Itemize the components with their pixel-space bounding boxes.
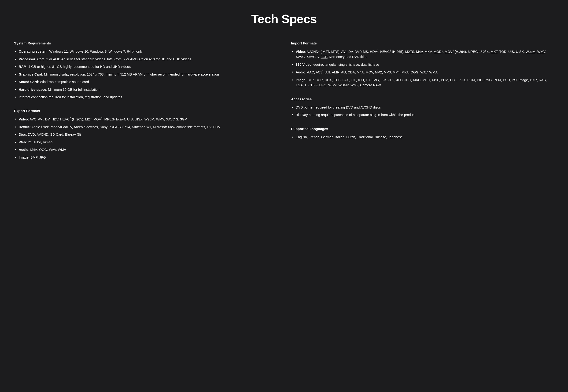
item-text: : Windows-compatible sound card bbox=[38, 80, 89, 84]
item-text: Blu-Ray burning requires purchase of a s… bbox=[296, 113, 415, 117]
item-text: DVD burner required for creating DVD and… bbox=[296, 105, 381, 109]
item-bold: Web bbox=[19, 140, 26, 144]
item-bold: Disc bbox=[19, 133, 26, 136]
supported-languages-heading: Supported Languages bbox=[291, 126, 554, 132]
import-formats-list: Video: AVCHD1 (.M2T/.MTS), AVI, DV, DVR-… bbox=[291, 49, 554, 88]
list-item: English, French, German, Italian, Dutch,… bbox=[291, 135, 554, 140]
item-text: : 4 GB or higher, 8+ GB highly recommend… bbox=[27, 65, 131, 69]
item-text: : AVCHD1 (.M2T/.MTS), AVI, DV, DVR-MS, H… bbox=[296, 50, 546, 59]
export-formats-section: Export Formats Video: AVC, AVI, DV, HDV,… bbox=[14, 108, 277, 160]
item-text: : AVC, AVI, DV, HDV, HEVC2 (H.265), M2T,… bbox=[28, 117, 187, 121]
item-text: : Minimum 10 GB for full installation bbox=[46, 88, 100, 91]
item-text: : Minimum display resolution: 1024 x 768… bbox=[42, 72, 219, 76]
item-text: : equirectangular, single fisheye, dual … bbox=[311, 63, 379, 66]
list-item: RAM: 4 GB or higher, 8+ GB highly recomm… bbox=[14, 64, 277, 69]
list-item: Image: BMP, JPG bbox=[14, 155, 277, 160]
page-title: Tech Specs bbox=[14, 9, 554, 29]
list-item: Web: YouTube, Vimeo bbox=[14, 140, 277, 145]
item-text: : Apple iPod/iPhone/iPad/TV, Android dev… bbox=[30, 125, 221, 129]
list-item: Disc: DVD, AVCHD, SD Card, Blu-ray ($) bbox=[14, 132, 277, 137]
list-item: Image: CLP, CUR, DCX, EPS, FAX, GIF, ICO… bbox=[291, 77, 554, 88]
list-item: Audio: AAC, AC31, Aiff, AMR, AU, CDA, M4… bbox=[291, 70, 554, 75]
left-column: System Requirements Operating system: Wi… bbox=[14, 41, 277, 168]
import-formats-heading: Import Formats bbox=[291, 41, 554, 46]
list-item: Processor: Core i3 or AMD A4 series for … bbox=[14, 56, 277, 62]
supported-languages-section: Supported Languages English, French, Ger… bbox=[291, 126, 554, 140]
item-text: : BMP, JPG bbox=[29, 155, 46, 159]
list-item: Video: AVC, AVI, DV, HDV, HEVC2 (H.265),… bbox=[14, 116, 277, 122]
item-bold: Audio bbox=[296, 70, 305, 74]
item-bold: Video bbox=[19, 117, 28, 121]
item-bold: Graphics Card bbox=[19, 72, 42, 76]
item-text: : M4A, OGG, WAV, WMA bbox=[28, 148, 66, 152]
list-item: DVD burner required for creating DVD and… bbox=[291, 105, 554, 110]
accessories-list: DVD burner required for creating DVD and… bbox=[291, 105, 554, 118]
item-text: : Core i3 or AMD A4 series for standard … bbox=[35, 57, 191, 61]
accessories-section: Accessories DVD burner required for crea… bbox=[291, 96, 554, 118]
item-text: English, French, German, Italian, Dutch,… bbox=[296, 135, 403, 139]
import-formats-section: Import Formats Video: AVCHD1 (.M2T/.MTS)… bbox=[291, 41, 554, 88]
right-column: Import Formats Video: AVCHD1 (.M2T/.MTS)… bbox=[291, 41, 554, 168]
system-requirements-list: Operating system: Windows 11, Windows 10… bbox=[14, 49, 277, 100]
list-item: Hard drive space: Minimum 10 GB for full… bbox=[14, 87, 277, 92]
list-item: Audio: M4A, OGG, WAV, WMA bbox=[14, 147, 277, 152]
list-item: Sound Card: Windows-compatible sound car… bbox=[14, 79, 277, 84]
item-text: : CLP, CUR, DCX, EPS, FAX, GIF, ICO, IFF… bbox=[296, 78, 547, 87]
item-text: Internet connection required for install… bbox=[19, 95, 122, 99]
supported-languages-list: English, French, German, Italian, Dutch,… bbox=[291, 135, 554, 140]
system-requirements-heading: System Requirements bbox=[14, 41, 277, 46]
item-text: : AAC, AC31, Aiff, AMR, AU, CDA, M4A, MO… bbox=[305, 70, 438, 74]
export-formats-heading: Export Formats bbox=[14, 108, 277, 114]
export-formats-list: Video: AVC, AVI, DV, HDV, HEVC2 (H.265),… bbox=[14, 116, 277, 160]
item-bold: 360 Video bbox=[296, 63, 311, 66]
item-bold: Processor bbox=[19, 57, 35, 61]
item-bold: Device bbox=[19, 125, 30, 129]
list-item: Device: Apple iPod/iPhone/iPad/TV, Andro… bbox=[14, 125, 277, 130]
item-bold: Image bbox=[296, 78, 306, 82]
content-grid: System Requirements Operating system: Wi… bbox=[14, 41, 554, 168]
accessories-heading: Accessories bbox=[291, 96, 554, 102]
list-item: Video: AVCHD1 (.M2T/.MTS), AVI, DV, DVR-… bbox=[291, 49, 554, 60]
system-requirements-section: System Requirements Operating system: Wi… bbox=[14, 41, 277, 100]
item-bold: RAM bbox=[19, 65, 27, 69]
list-item: 360 Video: equirectangular, single fishe… bbox=[291, 62, 554, 67]
item-bold: Video bbox=[296, 50, 305, 54]
item-text: : DVD, AVCHD, SD Card, Blu-ray ($) bbox=[26, 133, 81, 136]
item-bold: Image bbox=[19, 155, 29, 159]
item-bold: Hard drive space bbox=[19, 88, 46, 91]
list-item: Graphics Card: Minimum display resolutio… bbox=[14, 72, 277, 77]
item-text: : YouTube, Vimeo bbox=[26, 140, 52, 144]
item-bold: Audio bbox=[19, 148, 28, 152]
item-text: : Windows 11, Windows 10, Windows 8, Win… bbox=[47, 50, 143, 53]
list-item: Operating system: Windows 11, Windows 10… bbox=[14, 49, 277, 54]
list-item: Blu-Ray burning requires purchase of a s… bbox=[291, 112, 554, 117]
list-item: Internet connection required for install… bbox=[14, 95, 277, 100]
item-bold: Operating system bbox=[19, 50, 47, 53]
item-bold: Sound Card bbox=[19, 80, 38, 84]
